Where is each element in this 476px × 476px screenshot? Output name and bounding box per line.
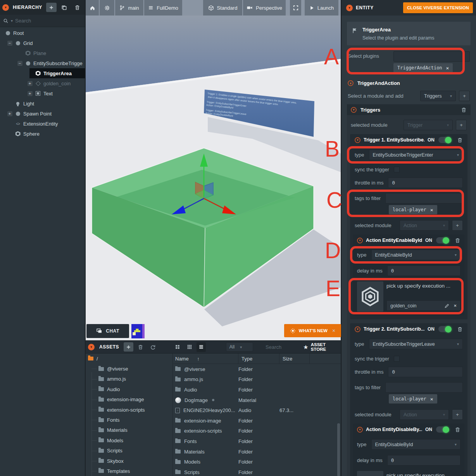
entity-hexagon-icon[interactable] <box>357 281 383 312</box>
delete-trigger-1-icon[interactable] <box>457 136 463 143</box>
plus-toggle-icon[interactable]: + <box>26 91 34 96</box>
asset-row-audio[interactable]: AudioFolder <box>173 385 341 395</box>
fullscreen-button[interactable] <box>290 0 301 16</box>
action-chevron-icon[interactable]: ▾ <box>357 238 363 243</box>
view-list-button[interactable] <box>197 342 206 352</box>
module-add-button[interactable]: + <box>459 91 470 101</box>
column-name[interactable]: Name ↑ <box>173 354 238 364</box>
settings-button[interactable] <box>100 0 114 16</box>
hierarchy-search-input[interactable] <box>15 18 69 24</box>
picked-entity-field[interactable]: golden_coin × <box>386 300 460 311</box>
folder-item-skybox[interactable]: Skybox <box>86 456 172 466</box>
pixel-badge-icon[interactable] <box>131 324 145 338</box>
action-1-header[interactable]: ▾ Action EntityEnableById ON <box>357 235 460 246</box>
action-module-add-button[interactable]: + <box>452 220 463 231</box>
folder-item-templates[interactable]: Templates <box>86 466 172 476</box>
trigger-1-throttle-input[interactable]: 0 <box>388 178 463 188</box>
column-size[interactable]: Size <box>279 354 310 364</box>
asset-row-extension-scripts[interactable]: extension-scriptsFolder <box>173 426 341 436</box>
camera-mode-button[interactable]: Perspective <box>243 0 286 16</box>
search-filter-chevron-icon[interactable]: ▾ <box>11 19 13 23</box>
asset-row-ammo-js[interactable]: ammo.jsFolder <box>173 374 341 385</box>
action-1-toggle[interactable] <box>436 237 449 243</box>
add-asset-button[interactable] <box>124 342 133 352</box>
entity-collapse-icon[interactable]: ▾ <box>346 5 353 11</box>
delete-trigger-2-icon[interactable] <box>457 326 463 333</box>
folder-item-extension-image[interactable]: extension-image <box>86 395 172 405</box>
asset-row-fonts[interactable]: FontsFolder <box>173 436 341 447</box>
trigger-2-type-select[interactable]: EntitySubscribeTriggerLeave ▾ <box>369 339 463 349</box>
asset-row-engine20heavy200[interactable]: ♪ENGINE20Heavy200...Audio67.3... <box>173 405 341 416</box>
action-chevron-icon[interactable]: ▾ <box>357 427 363 433</box>
plugin-tag-chip[interactable]: TriggerAndAction × <box>393 63 453 72</box>
view-large-grid-button[interactable] <box>173 342 182 352</box>
whats-new-close-icon[interactable]: × <box>332 328 335 334</box>
group-chevron-icon[interactable]: ▾ <box>351 107 357 113</box>
add-entity-button[interactable] <box>46 3 57 12</box>
triggers-group-header[interactable]: ▾ Triggers <box>347 104 471 115</box>
folder-item-[interactable]: / <box>86 354 172 364</box>
action-1-delay-input[interactable]: 0 <box>387 266 460 276</box>
trigger-2-tags-input[interactable] <box>385 382 463 393</box>
remove-tag-icon[interactable]: × <box>430 396 433 402</box>
minus-toggle-icon[interactable]: − <box>5 41 14 46</box>
delete-group-icon[interactable] <box>461 106 467 113</box>
trigger-chevron-icon[interactable]: ▾ <box>355 137 360 143</box>
trigger-1-sync-checkbox[interactable] <box>394 167 400 172</box>
home-button[interactable] <box>86 0 99 16</box>
viewport-3d-scene[interactable]: Trigger 1: Enables a single (golden) coi… <box>86 16 341 340</box>
tag-chip[interactable]: local-player × <box>389 394 437 404</box>
chat-button[interactable]: CHAT <box>86 324 129 338</box>
hierarchy-item-plane[interactable]: Plane <box>0 48 85 58</box>
trigger-2-header[interactable]: ▾ Trigger 2. EntitySubscrib... ON <box>355 323 463 335</box>
trigger-1-toggle[interactable] <box>438 137 452 143</box>
selected-module-select[interactable]: Trigger ▾ <box>404 120 453 130</box>
asset-row-materials[interactable]: MaterialsFolder <box>173 447 341 457</box>
assets-collapse-icon[interactable]: ▾ <box>88 344 95 350</box>
hierarchy-item-text[interactable]: +Text <box>0 88 85 98</box>
scene-button[interactable]: FullDemo <box>144 0 182 16</box>
hierarchy-item-triggerarea[interactable]: TriggerArea <box>0 68 85 78</box>
trigger-2-throttle-input[interactable]: 0 <box>388 367 463 377</box>
action-module-add-button[interactable]: + <box>452 409 463 420</box>
delete-action-1-icon[interactable] <box>455 237 460 244</box>
folder-item-scripts[interactable]: Scripts <box>86 446 172 456</box>
asset-store-button[interactable]: ★ ASSET STORE <box>304 342 338 352</box>
action-module-select[interactable]: Action ▾ <box>400 409 449 420</box>
action-module-select[interactable]: Action ▾ <box>400 220 449 231</box>
action-2-delay-input[interactable]: 0 <box>387 455 460 466</box>
asset-row-extension-image[interactable]: extension-imageFolder <box>173 416 341 426</box>
asset-type-filter[interactable]: All ▾ <box>226 342 253 352</box>
folder-item-extension-scripts[interactable]: extension-scripts <box>86 405 172 415</box>
trigger-chevron-icon[interactable]: ▾ <box>355 326 360 332</box>
whats-new-button[interactable]: WHAT'S NEW × <box>284 324 341 337</box>
hierarchy-item-golden-coin[interactable]: +golden_coin <box>0 78 85 88</box>
asset-row-models[interactable]: ModelsFolder <box>173 457 341 467</box>
folder-item-materials[interactable]: Materials <box>86 425 172 435</box>
pencil-icon[interactable] <box>444 303 450 309</box>
hierarchy-item-root[interactable]: Root <box>0 28 85 38</box>
column-type[interactable]: Type <box>238 354 279 364</box>
remove-tag-icon[interactable]: × <box>430 207 433 213</box>
trigger-2-toggle[interactable] <box>438 326 452 332</box>
folder-item-viverse[interactable]: @viverse <box>86 364 172 374</box>
trigger-1-type-select[interactable]: EntitySubscribeTriggerEnter ▾ <box>369 150 463 160</box>
action-2-type-select[interactable]: EntityDisableById ▾ <box>371 439 460 450</box>
delete-asset-button[interactable] <box>136 342 145 352</box>
asset-row-viverse[interactable]: @viverseFolder <box>173 364 341 374</box>
hierarchy-collapse-icon[interactable]: ▾ <box>2 4 9 11</box>
plugin-section-header[interactable]: ▾ TriggerAndAction <box>347 80 471 86</box>
asset-row-scripts[interactable]: ScriptsFolder <box>173 467 341 476</box>
minus-toggle-icon[interactable]: − <box>16 61 24 66</box>
clear-entity-icon[interactable]: × <box>454 303 457 309</box>
delete-action-2-icon[interactable] <box>455 426 460 433</box>
entity-hexagon-icon[interactable] <box>357 471 383 476</box>
hierarchy-item-sphere[interactable]: Sphere <box>0 129 85 139</box>
duplicate-entity-button[interactable] <box>59 3 69 12</box>
tag-chip[interactable]: local-player × <box>389 205 437 214</box>
view-small-grid-button[interactable] <box>185 342 194 352</box>
select-plugins-input[interactable] <box>393 51 470 62</box>
trigger-1-tags-input[interactable] <box>385 193 463 204</box>
branch-button[interactable]: main <box>115 0 143 16</box>
shading-mode-button[interactable]: Standard <box>203 0 242 16</box>
